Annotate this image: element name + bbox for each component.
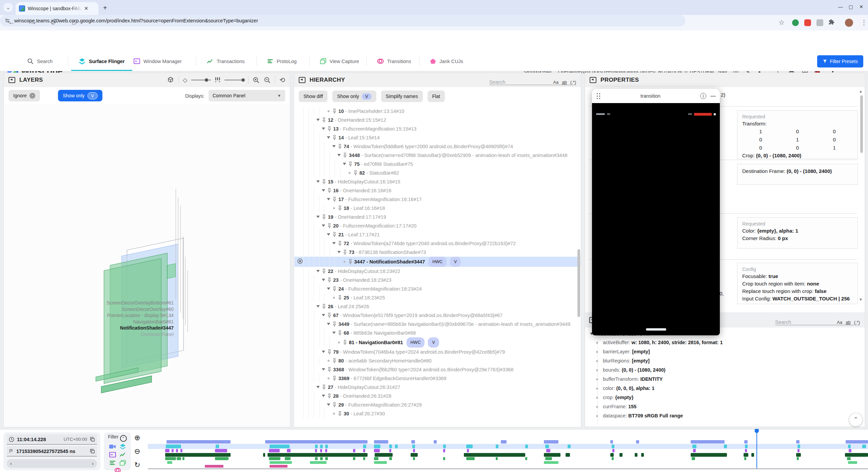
back-icon[interactable]: ← bbox=[8, 18, 15, 26]
pin-icon[interactable] bbox=[322, 117, 326, 122]
pin-icon[interactable] bbox=[338, 241, 342, 246]
pin-icon[interactable] bbox=[338, 411, 342, 416]
trace-segment[interactable] bbox=[285, 457, 291, 460]
trace-segment[interactable] bbox=[610, 453, 614, 457]
trace-segment[interactable] bbox=[165, 457, 176, 460]
pin-icon[interactable] bbox=[353, 170, 358, 175]
hierarchy-scrollbar[interactable] bbox=[577, 249, 580, 317]
match-word-icon[interactable]: ab bbox=[846, 320, 850, 325]
trace-row-window-manager[interactable] bbox=[148, 449, 868, 452]
tab-protolog[interactable]: ProtoLog bbox=[260, 52, 304, 71]
trace-segment[interactable] bbox=[544, 453, 560, 457]
trace-segment[interactable] bbox=[467, 449, 469, 452]
trace-segment[interactable] bbox=[848, 461, 857, 464]
timeline-scrollbar[interactable]: ‹ › bbox=[7, 459, 97, 468]
chevron-down-icon[interactable] bbox=[332, 242, 336, 244]
pin-icon[interactable] bbox=[327, 367, 332, 372]
timeline-canvas[interactable] bbox=[148, 430, 868, 472]
trace-segment[interactable] bbox=[320, 457, 323, 460]
hierarchy-node-15[interactable]: 15- HideDisplayCutout:16:16#15 bbox=[294, 177, 580, 186]
trace-segment[interactable] bbox=[466, 457, 475, 460]
trace-segment[interactable] bbox=[692, 457, 695, 460]
trace-segment[interactable] bbox=[411, 453, 418, 457]
tab-search[interactable]: Search bbox=[20, 52, 60, 71]
show-in-3d-eye-icon[interactable] bbox=[297, 258, 303, 264]
trace-segment[interactable] bbox=[165, 449, 170, 452]
trace-segment[interactable] bbox=[641, 453, 644, 457]
scroll-to-top-button[interactable]: ⌃ bbox=[849, 413, 862, 426]
trace-segment[interactable] bbox=[744, 453, 749, 457]
spacing-slider[interactable] bbox=[224, 80, 244, 80]
view-capture-icon[interactable] bbox=[119, 460, 126, 466]
trace-segment[interactable] bbox=[845, 453, 868, 457]
trace-segment[interactable] bbox=[310, 461, 327, 464]
trace-segment[interactable] bbox=[545, 457, 552, 460]
trace-segment[interactable] bbox=[166, 445, 181, 448]
reset-view-icon[interactable]: ⟲ bbox=[279, 76, 285, 84]
reload-icon[interactable]: ⟳ bbox=[51, 18, 57, 26]
chevron-down-icon[interactable] bbox=[332, 332, 336, 334]
scroll-left-icon[interactable]: ‹ bbox=[10, 461, 12, 466]
trace-segment[interactable] bbox=[363, 449, 365, 452]
hierarchy-node-80[interactable]: 80- ace6abb SecondaryHomeHandle0#80 bbox=[294, 356, 580, 365]
screen-recording-camera-icon[interactable] bbox=[109, 444, 116, 449]
trace-segment[interactable] bbox=[374, 449, 380, 452]
trace-segment[interactable] bbox=[411, 440, 415, 444]
hierarchy-node-74[interactable]: 74- WindowToken{fdddbe6 type=2000 androi… bbox=[294, 142, 580, 151]
trace-segment[interactable] bbox=[374, 457, 378, 460]
trace-segment[interactable] bbox=[693, 449, 696, 452]
timeline-zoom-out-icon[interactable]: ⊖ bbox=[134, 447, 140, 455]
trace-segment[interactable] bbox=[846, 440, 868, 444]
trace-segment[interactable] bbox=[745, 445, 748, 448]
trace-segment[interactable] bbox=[635, 453, 637, 457]
hierarchy-node-18[interactable]: 18- Leaf:16:16#18 bbox=[294, 204, 580, 213]
layers-show-only-toggle[interactable]: Show only V bbox=[58, 90, 102, 101]
tab-search-chevron-icon[interactable]: ⌄ bbox=[3, 3, 13, 12]
zoom-in-icon[interactable] bbox=[253, 77, 260, 84]
hierarchy-node-72[interactable]: 72- WindowToken{a2746de type=2040 androi… bbox=[294, 239, 580, 248]
trace-segment[interactable] bbox=[412, 445, 415, 448]
transition-window-titlebar[interactable]: transition i — bbox=[592, 89, 720, 103]
chevron-down-icon[interactable] bbox=[322, 395, 325, 397]
layer-label[interactable]: NavigationBar0#81 bbox=[11, 319, 174, 324]
layer-label[interactable]: NotificationShade#3447 bbox=[11, 325, 174, 331]
pin-icon[interactable] bbox=[327, 188, 332, 193]
trace-segment[interactable] bbox=[413, 449, 415, 452]
hierarchy-node-13[interactable]: 13- FullscreenMagnification:15:15#13 bbox=[294, 124, 580, 133]
chevron-down-icon[interactable] bbox=[316, 119, 320, 121]
tab-window-manager[interactable]: Window Manager bbox=[126, 52, 189, 71]
trace-segment[interactable] bbox=[363, 457, 365, 460]
trace-segment[interactable] bbox=[389, 445, 392, 448]
chevron-down-icon[interactable] bbox=[322, 224, 325, 227]
trace-segment[interactable] bbox=[375, 453, 393, 457]
trace-segment[interactable] bbox=[374, 461, 387, 464]
property-bufferTransform[interactable]: bufferTransform: IDENTITY bbox=[585, 375, 865, 384]
trace-segment[interactable] bbox=[610, 440, 613, 444]
forward-icon[interactable]: → bbox=[30, 18, 37, 26]
trace-segment[interactable] bbox=[691, 440, 725, 444]
trace-segment[interactable] bbox=[353, 449, 355, 452]
chevron-down-icon[interactable] bbox=[327, 233, 330, 236]
trace-segment[interactable] bbox=[177, 457, 181, 460]
ignore-toggle[interactable]: Ignore bbox=[8, 90, 40, 101]
trace-segment[interactable] bbox=[315, 449, 317, 452]
trace-segment[interactable] bbox=[395, 445, 398, 448]
property-dataspace[interactable]: dataspace: BT709 sRGB Full range bbox=[585, 411, 865, 420]
window-manager-icon[interactable] bbox=[109, 452, 116, 457]
browser-tab[interactable]: Winscope | sandbox-FAIL ✕ bbox=[16, 2, 98, 15]
trace-segment[interactable] bbox=[545, 445, 549, 448]
hierarchy-node-28[interactable]: 28- OneHanded:26:31#28 bbox=[294, 392, 580, 400]
pin-icon[interactable] bbox=[327, 223, 332, 228]
extension-gray-icon[interactable] bbox=[816, 19, 823, 26]
trace-segment[interactable] bbox=[389, 457, 392, 460]
match-word-icon[interactable]: ab bbox=[562, 80, 567, 85]
property-barrierLayer[interactable]: barrierLayer: [empty] bbox=[585, 347, 865, 356]
human-time-field[interactable]: 11:04:14.228 UTC+00:00 bbox=[7, 434, 97, 445]
timeline-cursor-handle[interactable] bbox=[755, 429, 759, 433]
pin-icon[interactable] bbox=[338, 295, 342, 300]
hierarchy-node-26[interactable]: 26- Leaf:24:25#26 bbox=[294, 302, 580, 311]
pin-icon[interactable] bbox=[348, 259, 353, 264]
pin-icon[interactable] bbox=[338, 144, 342, 149]
filter-presets-button[interactable]: Filter Presets bbox=[817, 55, 863, 67]
trace-segment[interactable] bbox=[612, 457, 614, 460]
